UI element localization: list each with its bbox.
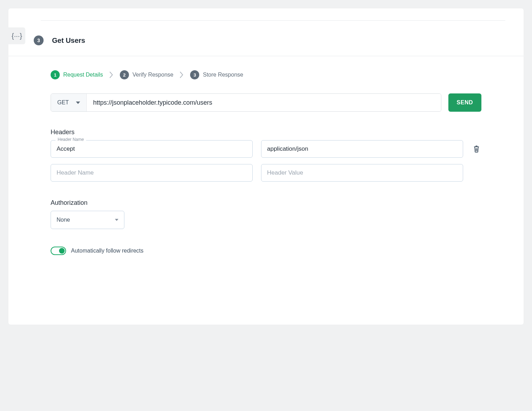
step-verify-response[interactable]: 2 Verify Response — [120, 70, 174, 79]
trash-icon — [473, 145, 480, 153]
request-url-input[interactable] — [87, 94, 441, 111]
http-method-select[interactable]: GET — [51, 94, 87, 111]
json-braces-tab[interactable]: {···} — [8, 27, 25, 44]
authorization-value: None — [57, 217, 70, 223]
step-label: Verify Response — [132, 72, 174, 78]
caret-down-icon — [115, 219, 118, 221]
step-store-response[interactable]: 3 Store Response — [190, 70, 243, 79]
header-value-input[interactable] — [261, 164, 463, 182]
step-badge: 3 — [34, 35, 44, 45]
delete-header-button[interactable] — [472, 145, 481, 153]
authorization-select[interactable]: None — [51, 211, 124, 229]
header-name-field: Header Name — [51, 140, 253, 158]
headers-grid: Header Name — [51, 140, 481, 182]
toggle-knob — [59, 248, 65, 254]
http-method-value: GET — [57, 99, 69, 106]
url-box: GET — [51, 93, 441, 112]
follow-redirects-row: Automatically follow redirects — [51, 247, 481, 255]
step-number: 3 — [190, 70, 199, 79]
authorization-title: Authorization — [51, 199, 481, 207]
content-area: 1 Request Details 2 Verify Response 3 St… — [8, 56, 524, 255]
header-name-input[interactable] — [51, 164, 253, 182]
header-row-empty — [51, 164, 481, 182]
step-label: Store Response — [203, 72, 243, 78]
header-name-field — [51, 164, 253, 182]
send-button[interactable]: SEND — [448, 93, 481, 112]
step-number: 2 — [120, 70, 129, 79]
top-divider — [41, 20, 505, 25]
header-row: Header Name — [51, 140, 481, 158]
header-value-field — [261, 164, 463, 182]
header-value-field — [261, 140, 463, 158]
header-value-input[interactable] — [261, 140, 463, 158]
url-row: GET SEND — [51, 93, 481, 112]
step-label: Request Details — [63, 72, 103, 78]
title-row: 3 Get Users — [8, 25, 524, 56]
json-braces-icon: {···} — [12, 32, 22, 40]
step-request-details[interactable]: 1 Request Details — [51, 70, 103, 79]
wizard-steps: 1 Request Details 2 Verify Response 3 St… — [51, 70, 481, 79]
follow-redirects-toggle[interactable] — [51, 247, 66, 255]
header-name-float-label: Header Name — [56, 137, 86, 142]
chevron-right-icon — [109, 71, 113, 78]
request-builder-card: {···} 3 Get Users 1 Request Details 2 Ve… — [8, 8, 524, 325]
chevron-right-icon — [180, 71, 184, 78]
caret-down-icon — [76, 102, 80, 104]
page-title: Get Users — [52, 37, 85, 45]
follow-redirects-label: Automatically follow redirects — [71, 248, 143, 254]
step-number: 1 — [51, 70, 60, 79]
header-name-input[interactable] — [51, 140, 253, 158]
headers-title: Headers — [51, 129, 481, 136]
